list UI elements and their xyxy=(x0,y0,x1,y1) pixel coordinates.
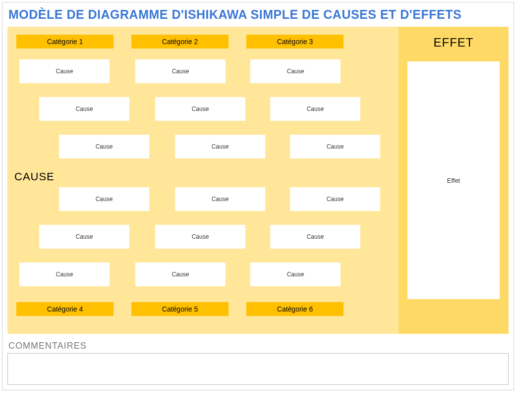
cause-box[interactable]: Cause xyxy=(59,187,149,211)
cause-box[interactable]: Cause xyxy=(250,59,341,83)
cause-box[interactable]: Cause xyxy=(155,97,245,121)
page-title: MODÈLE DE DIAGRAMME D'ISHIKAWA SIMPLE DE… xyxy=(7,6,509,27)
comments-label: COMMENTAIRES xyxy=(8,341,509,351)
cause-box[interactable]: Cause xyxy=(155,225,245,249)
cause-box[interactable]: Cause xyxy=(19,59,110,83)
category-bottom-3[interactable]: Catégorie 6 xyxy=(246,302,344,316)
cause-box[interactable]: Cause xyxy=(19,262,110,286)
cause-box[interactable]: Cause xyxy=(290,187,380,211)
category-top-1[interactable]: Catégorie 1 xyxy=(16,35,114,49)
cause-box[interactable]: Cause xyxy=(175,135,265,158)
cause-box[interactable]: Cause xyxy=(59,135,149,158)
cause-area: Catégorie 1 Catégorie 2 Catégorie 3 Caus… xyxy=(7,27,399,334)
cause-box[interactable]: Cause xyxy=(290,135,380,158)
cause-box[interactable]: Cause xyxy=(175,187,265,211)
cause-box[interactable]: Cause xyxy=(135,59,226,83)
cause-box[interactable]: Cause xyxy=(135,262,226,286)
cause-box[interactable]: Cause xyxy=(270,225,360,249)
cause-box[interactable]: Cause xyxy=(39,225,129,249)
category-top-3[interactable]: Catégorie 3 xyxy=(246,35,344,49)
comments-input[interactable] xyxy=(7,353,509,385)
effect-heading: EFFET xyxy=(434,36,474,50)
category-bottom-2[interactable]: Catégorie 5 xyxy=(131,302,229,316)
cause-box[interactable]: Cause xyxy=(250,262,341,286)
cause-box[interactable]: Cause xyxy=(270,97,360,121)
document-frame: MODÈLE DE DIAGRAMME D'ISHIKAWA SIMPLE DE… xyxy=(2,2,514,390)
ishikawa-diagram: Catégorie 1 Catégorie 2 Catégorie 3 Caus… xyxy=(7,27,509,334)
cause-box[interactable]: Cause xyxy=(39,97,129,121)
effect-panel: EFFET Effet xyxy=(399,27,509,334)
effect-box[interactable]: Effet xyxy=(407,61,500,299)
category-bottom-1[interactable]: Catégorie 4 xyxy=(16,302,114,316)
category-top-2[interactable]: Catégorie 2 xyxy=(131,35,229,49)
cause-heading: CAUSE xyxy=(14,170,55,183)
